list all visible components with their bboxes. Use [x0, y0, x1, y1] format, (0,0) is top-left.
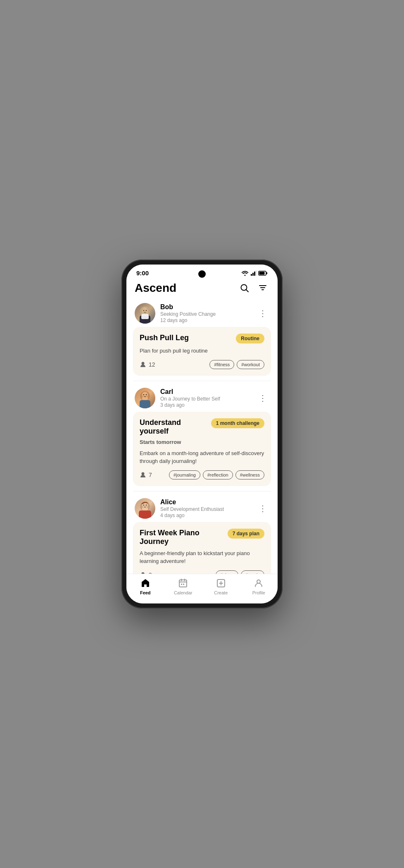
- card-title-bob: Push Pull Leg: [140, 334, 231, 342]
- svg-rect-17: [141, 314, 149, 319]
- status-icons: [241, 270, 268, 276]
- author-time-carl: 3 days ago: [160, 402, 251, 408]
- tags-carl: #journaling #reflection #wellness: [169, 470, 264, 479]
- more-button-alice[interactable]: ⋮: [256, 502, 269, 515]
- svg-point-25: [143, 394, 144, 395]
- card-desc-carl: Embark on a month-long adventure of self…: [140, 449, 264, 465]
- svg-rect-2: [254, 272, 255, 276]
- card-desc-alice: A beginner-friendly plan to kickstart yo…: [140, 549, 264, 565]
- card-title-alice: First Week Piano Journey: [140, 529, 223, 546]
- author-name-bob: Bob: [160, 303, 251, 311]
- divider-2: [133, 491, 271, 491]
- tag-music[interactable]: #music: [241, 570, 264, 574]
- card-subtitle-carl: Starts tomorrow: [140, 439, 264, 445]
- svg-point-26: [146, 394, 147, 395]
- filter-button[interactable]: [256, 281, 269, 295]
- profile-icon: [253, 577, 264, 589]
- tag-reflection[interactable]: #reflection: [203, 470, 233, 479]
- participants-carl: 7: [140, 472, 152, 478]
- search-button[interactable]: [238, 281, 251, 295]
- svg-point-20: [142, 362, 145, 365]
- avatar-carl-illustration: [135, 388, 155, 408]
- author-row-bob: Bob Seeking Positive Change 12 days ago …: [133, 298, 271, 327]
- content-card-alice: First Week Piano Journey 7 days plan A b…: [133, 522, 271, 574]
- svg-point-33: [146, 504, 147, 505]
- card-title-carl: Understand yourself: [140, 418, 206, 436]
- create-icon: [215, 577, 227, 589]
- svg-rect-6: [259, 272, 265, 274]
- calendar-icon: [177, 577, 189, 589]
- tag-journaling[interactable]: #journaling: [169, 470, 200, 479]
- svg-rect-47: [183, 584, 184, 585]
- card-footer-alice: 3 #piano #music: [140, 570, 264, 574]
- nav-item-calendar[interactable]: Calendar: [164, 577, 202, 595]
- tag-workout[interactable]: #workout: [237, 360, 264, 369]
- filter-icon: [258, 284, 267, 293]
- post-bob: Bob Seeking Positive Change 12 days ago …: [133, 298, 271, 376]
- svg-rect-0: [251, 274, 252, 276]
- content-card-bob: Push Pull Leg Routine Plan for push pull…: [133, 327, 271, 376]
- bottom-nav: Feed Calendar: [126, 574, 278, 603]
- card-header-carl: Understand yourself 1 month challenge: [140, 418, 264, 436]
- author-info-bob: Bob Seeking Positive Change 12 days ago: [160, 303, 251, 323]
- tag-piano[interactable]: #piano: [216, 570, 238, 574]
- svg-rect-1: [252, 273, 254, 276]
- profile-icon-svg: [254, 578, 264, 588]
- nav-label-create: Create: [214, 590, 228, 595]
- svg-rect-3: [256, 270, 257, 276]
- svg-rect-46: [181, 584, 182, 585]
- phone-frame: 9:00: [121, 260, 283, 608]
- svg-point-51: [257, 580, 260, 583]
- author-row-alice: Alice Self Development Enthusiast 4 days…: [133, 493, 271, 522]
- calendar-icon-svg: [178, 578, 188, 588]
- card-footer-bob: 12 #fitness #workout: [140, 360, 264, 369]
- signal-icon: [251, 270, 257, 276]
- badge-bob: Routine: [236, 334, 264, 343]
- svg-point-18: [143, 310, 144, 311]
- tags-alice: #piano #music: [216, 570, 264, 574]
- participant-count-bob: 12: [149, 361, 155, 368]
- card-header-bob: Push Pull Leg Routine: [140, 334, 264, 343]
- svg-line-8: [246, 290, 248, 292]
- divider-1: [133, 381, 271, 381]
- nav-item-feed[interactable]: Feed: [126, 577, 164, 595]
- more-button-carl[interactable]: ⋮: [256, 391, 269, 405]
- card-footer-carl: 7 #journaling #reflection #wellness: [140, 470, 264, 479]
- avatar-alice-illustration: [135, 498, 155, 519]
- nav-item-create[interactable]: Create: [202, 577, 240, 595]
- author-name-alice: Alice: [160, 498, 251, 506]
- tag-wellness[interactable]: #wellness: [235, 470, 264, 479]
- author-bio-alice: Self Development Enthusiast: [160, 506, 251, 512]
- avatar-bob: [135, 303, 155, 324]
- nav-label-calendar: Calendar: [174, 590, 192, 595]
- tag-fitness[interactable]: #fitness: [209, 360, 234, 369]
- camera-notch: [198, 270, 206, 278]
- author-name-carl: Carl: [160, 388, 251, 396]
- avatar-alice: [135, 498, 155, 519]
- more-button-bob[interactable]: ⋮: [256, 307, 269, 320]
- svg-rect-5: [266, 272, 268, 274]
- person-icon-carl: [140, 472, 146, 478]
- svg-point-14: [143, 308, 147, 312]
- person-icon-bob: [140, 361, 146, 368]
- battery-icon: [259, 271, 268, 276]
- avatar-bob-illustration: [135, 303, 155, 324]
- app-header: Ascend: [126, 277, 278, 298]
- wifi-icon: [241, 270, 249, 276]
- author-bio-carl: On a Journey to Better Self: [160, 396, 251, 402]
- participants-bob: 12: [140, 361, 155, 368]
- author-info-carl: Carl On a Journey to Better Self 3 days …: [160, 388, 251, 408]
- svg-rect-23: [142, 397, 148, 400]
- svg-point-27: [142, 472, 145, 475]
- svg-point-19: [146, 310, 147, 311]
- svg-rect-42: [179, 580, 187, 587]
- badge-alice: 7 days plan: [228, 529, 264, 539]
- badge-carl: 1 month challenge: [211, 418, 264, 428]
- status-time: 9:00: [136, 269, 149, 277]
- svg-rect-31: [139, 510, 151, 519]
- nav-item-profile[interactable]: Profile: [240, 577, 278, 595]
- home-icon: [140, 577, 151, 589]
- author-time-bob: 12 days ago: [160, 317, 251, 323]
- nav-label-feed: Feed: [140, 590, 151, 595]
- avatar-carl: [135, 388, 155, 408]
